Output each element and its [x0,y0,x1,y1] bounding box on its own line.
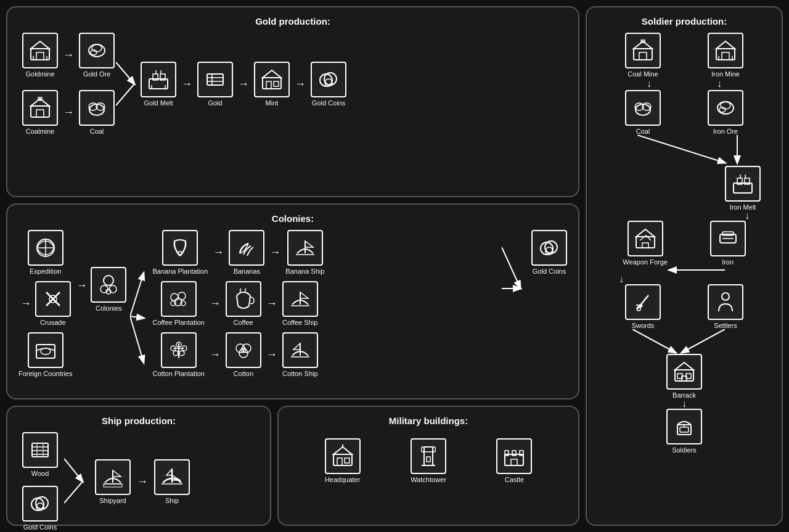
military-panel: Military buildings: Headqua [277,406,579,526]
coffee-flow: Coffee Plantation → [152,281,496,326]
svg-marker-115 [716,41,735,49]
goldmine-label: Goldmine [25,70,54,78]
wood-icon [22,432,58,468]
cotton-label: Cotton [234,370,253,377]
barrack-item: Barrack [666,354,702,399]
svg-rect-132 [636,237,655,248]
castle-item: Castle [496,438,532,483]
banana-ship-label: Banana Ship [285,268,324,275]
iron-mine-icon [708,33,743,68]
banana-ship-item: Banana Ship [285,230,324,275]
foreigncountries-label: Foreign Countries [18,370,72,377]
svg-line-49 [130,316,144,318]
arrow-ironmelt-iron: ↓ [745,211,750,221]
crusade-item: Crusade [35,281,71,326]
ship-item: Ship [154,459,190,504]
goldore-item: Gold Ore [79,33,115,78]
svg-rect-2 [36,52,44,60]
arrow-coalmine-coal-s: ↓ [647,79,652,89]
cotton-plantation-item: Cotton Plantation [152,332,204,377]
svg-point-43 [41,348,51,354]
svg-line-17 [116,84,134,105]
cotton-plantation-icon [161,332,197,368]
coffee-ship-icon [282,281,318,317]
gold-item: Gold [197,62,233,107]
iron-melt-label: Iron Melt [730,203,756,211]
banana-ship-icon [287,230,323,266]
soldier-production-title: Soldier production: [595,16,773,27]
coffee-label: Coffee [234,319,253,326]
ship-converge-arrows [64,441,89,522]
svg-rect-100 [424,447,433,465]
goldore-icon [79,33,115,68]
svg-point-67 [179,351,184,356]
arrow-coalmine-coal: → [63,106,74,119]
coal-soldier-icon [625,90,661,126]
ship-production-panel: Ship production: [6,406,271,526]
headquater-icon [325,438,361,474]
svg-rect-42 [36,345,55,358]
svg-line-74 [502,247,520,288]
goldcoins-colonies-label: Gold Coins [533,268,566,275]
gold-production-panel: Gold production: [6,6,579,197]
svg-rect-110 [634,49,652,60]
watchtower-item: Watchtower [411,438,446,483]
arrow-barrack-soldiers: ↓ [682,399,687,409]
svg-point-45 [100,285,108,293]
goldmine-item: Goldmine [22,33,58,78]
coffee-ship-item: Coffee Ship [282,281,318,326]
coffee-item: Coffee [226,281,261,326]
arrow-gold-mint: → [238,78,249,91]
svg-point-6 [92,44,102,52]
mint-label: Mint [266,99,279,107]
colonies-title: Colonies: [16,213,570,224]
colonies-item: Colonies [91,267,126,312]
coalmine-label: Coalmine [26,128,54,135]
banana-flow: Banana Plantation → [152,230,496,275]
svg-rect-108 [511,459,517,465]
cotton-icon [226,332,261,368]
svg-point-66 [173,351,178,356]
banana-plantation-label: Banana Plantation [152,268,208,275]
shipyard-item: Shipyard [95,459,131,504]
coffee-plantation-label: Coffee Plantation [152,319,204,326]
coal-label: Coal [90,128,104,135]
svg-line-125 [637,135,725,163]
cotton-item: Cotton [226,332,261,377]
converge-arrows-svg [116,41,141,127]
svg-line-88 [64,459,83,481]
foreigncountries-icon [28,332,63,368]
ship-label: Ship [165,497,179,504]
gold-icon [197,62,233,97]
coffee-plantation-icon [161,281,197,317]
swords-icon [625,284,661,320]
svg-rect-97 [337,458,342,465]
coal-soldier-label: Coal [636,128,650,135]
arrow-goldmine-goldore: → [63,49,74,62]
banana-plantation-item: Banana Plantation [152,230,208,275]
castle-icon [496,438,532,474]
swords-label: Swords [632,322,655,329]
svg-rect-98 [345,458,350,463]
svg-line-16 [116,62,134,84]
iron-item: Iron [710,221,746,266]
svg-rect-25 [207,74,223,85]
expedition-item: Expedition [28,230,63,275]
iron-ore-icon [708,90,743,126]
svg-point-54 [171,293,178,301]
coal-soldier-item: Coal [625,90,661,135]
goldcoins-colonies-icon [531,230,567,266]
military-title: Military buildings: [287,415,570,426]
svg-line-50 [130,316,144,362]
soldiers-item: Soldiers [666,409,702,454]
iron-weaponforge-arrow [602,266,762,274]
settlers-item: Settlers [708,284,743,329]
coffee-plantation-item: Coffee Plantation [152,281,204,326]
gold-main-flow: Gold Melt → Gold [141,62,346,107]
weapon-forge-item: Weapon Forge [623,221,668,266]
iron-melt-icon [725,166,761,202]
weapon-forge-icon [628,221,663,256]
svg-line-144 [632,329,676,353]
coffee-ship-label: Coffee Ship [282,319,317,326]
arrow-ironmine-ironore-s: ↓ [717,79,722,89]
